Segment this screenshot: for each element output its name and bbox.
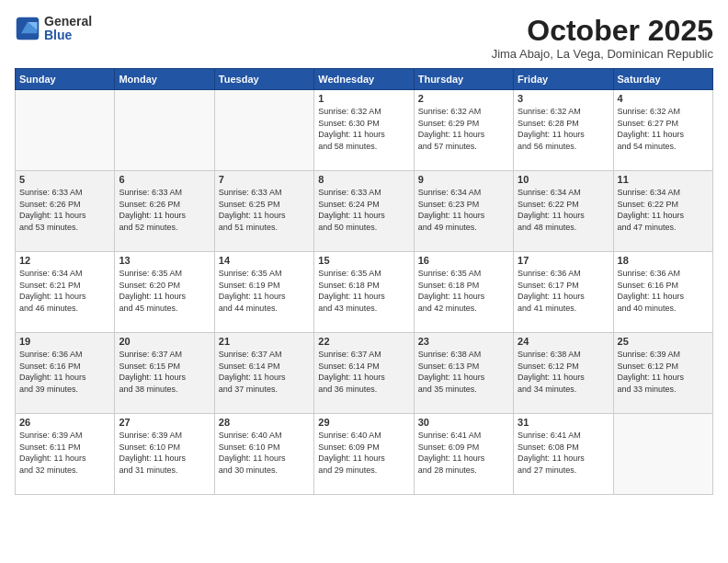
day-cell [613,414,712,495]
day-number: 27 [119,417,210,428]
day-cell: 17Sunrise: 6:36 AM Sunset: 6:17 PM Dayli… [514,252,613,333]
day-cell [214,90,313,171]
day-number: 26 [19,417,110,428]
day-number: 16 [418,255,509,266]
day-number: 4 [618,93,709,104]
day-number: 11 [618,174,709,185]
day-cell: 23Sunrise: 6:38 AM Sunset: 6:13 PM Dayli… [414,333,513,414]
day-cell: 28Sunrise: 6:40 AM Sunset: 6:10 PM Dayli… [214,414,313,495]
day-info: Sunrise: 6:33 AM Sunset: 6:26 PM Dayligh… [19,187,110,233]
day-number: 2 [418,93,509,104]
day-cell: 12Sunrise: 6:34 AM Sunset: 6:21 PM Dayli… [16,252,115,333]
day-info: Sunrise: 6:41 AM Sunset: 6:09 PM Dayligh… [418,430,509,476]
day-number: 14 [219,255,310,266]
day-info: Sunrise: 6:38 AM Sunset: 6:13 PM Dayligh… [418,349,509,395]
day-info: Sunrise: 6:36 AM Sunset: 6:17 PM Dayligh… [518,268,609,314]
day-info: Sunrise: 6:40 AM Sunset: 6:09 PM Dayligh… [318,430,409,476]
day-cell: 20Sunrise: 6:37 AM Sunset: 6:15 PM Dayli… [115,333,214,414]
day-info: Sunrise: 6:39 AM Sunset: 6:10 PM Dayligh… [119,430,210,476]
day-cell: 10Sunrise: 6:34 AM Sunset: 6:22 PM Dayli… [514,171,613,252]
day-info: Sunrise: 6:36 AM Sunset: 6:16 PM Dayligh… [19,349,110,395]
week-row-1: 1Sunrise: 6:32 AM Sunset: 6:30 PM Daylig… [16,90,713,171]
calendar-table: Sunday Monday Tuesday Wednesday Thursday… [15,68,713,495]
header-wednesday: Wednesday [314,69,414,90]
day-number: 29 [318,417,409,428]
day-cell: 25Sunrise: 6:39 AM Sunset: 6:12 PM Dayli… [613,333,712,414]
day-info: Sunrise: 6:37 AM Sunset: 6:14 PM Dayligh… [219,349,310,395]
day-number: 7 [219,174,310,185]
page: General Blue October 2025 Jima Abajo, La… [0,0,728,563]
week-row-3: 12Sunrise: 6:34 AM Sunset: 6:21 PM Dayli… [16,252,713,333]
day-number: 13 [119,255,210,266]
day-cell: 9Sunrise: 6:34 AM Sunset: 6:23 PM Daylig… [414,171,513,252]
day-cell: 5Sunrise: 6:33 AM Sunset: 6:26 PM Daylig… [16,171,115,252]
day-cell [16,90,115,171]
day-info: Sunrise: 6:34 AM Sunset: 6:21 PM Dayligh… [19,268,110,314]
day-number: 15 [318,255,409,266]
day-number: 10 [518,174,609,185]
day-number: 17 [518,255,609,266]
day-number: 3 [518,93,609,104]
header-row: Sunday Monday Tuesday Wednesday Thursday… [16,69,713,90]
day-cell: 27Sunrise: 6:39 AM Sunset: 6:10 PM Dayli… [115,414,214,495]
header-thursday: Thursday [414,69,513,90]
day-info: Sunrise: 6:40 AM Sunset: 6:10 PM Dayligh… [219,430,310,476]
day-cell: 7Sunrise: 6:33 AM Sunset: 6:25 PM Daylig… [214,171,313,252]
day-cell: 2Sunrise: 6:32 AM Sunset: 6:29 PM Daylig… [414,90,513,171]
day-cell: 3Sunrise: 6:32 AM Sunset: 6:28 PM Daylig… [514,90,613,171]
day-info: Sunrise: 6:37 AM Sunset: 6:14 PM Dayligh… [318,349,409,395]
day-number: 28 [219,417,310,428]
day-number: 21 [219,336,310,347]
day-number: 24 [518,336,609,347]
header-sunday: Sunday [16,69,115,90]
header: General Blue October 2025 Jima Abajo, La… [15,15,713,61]
day-cell: 19Sunrise: 6:36 AM Sunset: 6:16 PM Dayli… [16,333,115,414]
day-number: 1 [318,93,409,104]
header-tuesday: Tuesday [214,69,313,90]
day-info: Sunrise: 6:39 AM Sunset: 6:11 PM Dayligh… [19,430,110,476]
day-cell: 21Sunrise: 6:37 AM Sunset: 6:14 PM Dayli… [214,333,313,414]
day-info: Sunrise: 6:32 AM Sunset: 6:29 PM Dayligh… [418,106,509,152]
day-info: Sunrise: 6:32 AM Sunset: 6:27 PM Dayligh… [618,106,709,152]
day-number: 19 [19,336,110,347]
day-number: 31 [518,417,609,428]
day-number: 6 [119,174,210,185]
header-monday: Monday [115,69,214,90]
day-info: Sunrise: 6:34 AM Sunset: 6:23 PM Dayligh… [418,187,509,233]
day-info: Sunrise: 6:35 AM Sunset: 6:18 PM Dayligh… [318,268,409,314]
logo-general-text: General [44,15,92,29]
day-info: Sunrise: 6:33 AM Sunset: 6:26 PM Dayligh… [119,187,210,233]
day-cell: 15Sunrise: 6:35 AM Sunset: 6:18 PM Dayli… [314,252,414,333]
day-cell: 29Sunrise: 6:40 AM Sunset: 6:09 PM Dayli… [314,414,414,495]
day-info: Sunrise: 6:34 AM Sunset: 6:22 PM Dayligh… [518,187,609,233]
day-cell: 6Sunrise: 6:33 AM Sunset: 6:26 PM Daylig… [115,171,214,252]
calendar-body: 1Sunrise: 6:32 AM Sunset: 6:30 PM Daylig… [16,90,713,495]
day-number: 23 [418,336,509,347]
day-cell: 24Sunrise: 6:38 AM Sunset: 6:12 PM Dayli… [514,333,613,414]
day-info: Sunrise: 6:33 AM Sunset: 6:24 PM Dayligh… [318,187,409,233]
calendar-header: Sunday Monday Tuesday Wednesday Thursday… [16,69,713,90]
day-cell: 16Sunrise: 6:35 AM Sunset: 6:18 PM Dayli… [414,252,513,333]
day-cell: 13Sunrise: 6:35 AM Sunset: 6:20 PM Dayli… [115,252,214,333]
day-cell: 26Sunrise: 6:39 AM Sunset: 6:11 PM Dayli… [16,414,115,495]
day-info: Sunrise: 6:36 AM Sunset: 6:16 PM Dayligh… [618,268,709,314]
day-info: Sunrise: 6:32 AM Sunset: 6:28 PM Dayligh… [518,106,609,152]
day-info: Sunrise: 6:39 AM Sunset: 6:12 PM Dayligh… [618,349,709,395]
day-cell: 8Sunrise: 6:33 AM Sunset: 6:24 PM Daylig… [314,171,414,252]
day-cell [115,90,214,171]
logo-blue-text: Blue [44,29,92,42]
day-number: 12 [19,255,110,266]
day-info: Sunrise: 6:38 AM Sunset: 6:12 PM Dayligh… [518,349,609,395]
day-number: 20 [119,336,210,347]
day-cell: 30Sunrise: 6:41 AM Sunset: 6:09 PM Dayli… [414,414,513,495]
day-number: 22 [318,336,409,347]
day-number: 18 [618,255,709,266]
header-saturday: Saturday [613,69,712,90]
header-friday: Friday [514,69,613,90]
day-cell: 31Sunrise: 6:41 AM Sunset: 6:08 PM Dayli… [514,414,613,495]
day-number: 25 [618,336,709,347]
day-number: 5 [19,174,110,185]
day-info: Sunrise: 6:32 AM Sunset: 6:30 PM Dayligh… [318,106,409,152]
month-title: October 2025 [492,15,713,47]
day-info: Sunrise: 6:41 AM Sunset: 6:08 PM Dayligh… [518,430,609,476]
